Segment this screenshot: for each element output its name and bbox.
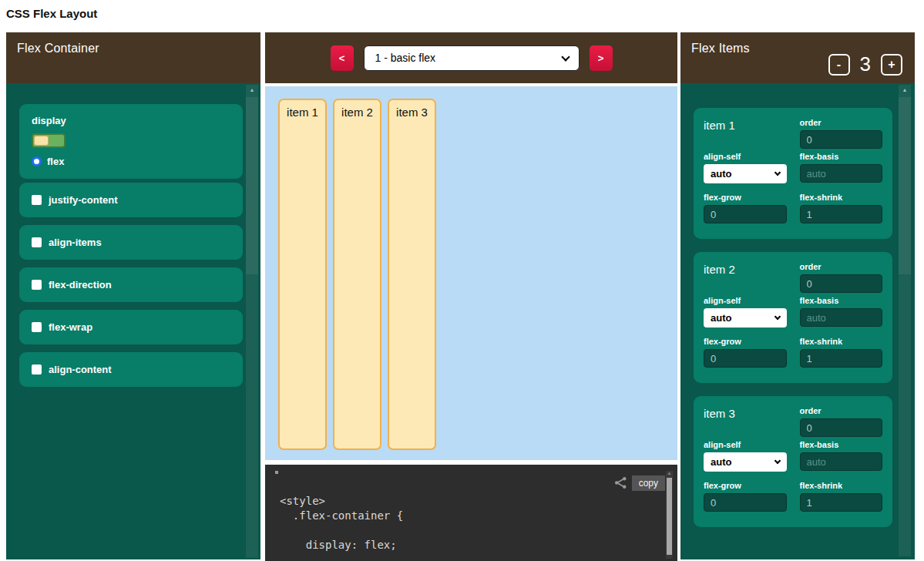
flex-container-title: Flex Container — [17, 42, 99, 55]
display-toggle-knob — [34, 136, 49, 146]
order-label: order — [800, 118, 883, 127]
code-caret-dot — [275, 471, 278, 474]
flex-items-body: item 1 order align-self auto flex-basis — [680, 83, 915, 559]
item-2-align-self-select[interactable]: auto — [704, 308, 787, 328]
flex-item-preview: item 1 — [278, 99, 327, 450]
align-content-checkbox[interactable] — [32, 364, 42, 375]
item-1-order-input[interactable] — [800, 130, 883, 149]
scroll-up-icon[interactable]: ▲ — [899, 87, 911, 93]
left-panel-scrollbar[interactable]: ▲ — [246, 85, 258, 558]
flex-item-preview: item 2 — [333, 99, 381, 450]
align-self-label: align-self — [704, 296, 787, 305]
align-items-card: align-items — [19, 225, 243, 260]
code-scrollbar[interactable]: ▲ — [666, 471, 673, 559]
display-label: display — [32, 115, 230, 126]
align-items-label: align-items — [49, 237, 102, 248]
flex-basis-label: flex-basis — [800, 296, 883, 305]
flex-shrink-label: flex-shrink — [800, 337, 883, 346]
align-items-checkbox[interactable] — [32, 237, 42, 247]
flex-grow-label: flex-grow — [704, 481, 787, 490]
flex-direction-card: flex-direction — [19, 267, 243, 302]
justify-content-label: justify-content — [49, 194, 118, 206]
demo-select[interactable]: 1 - basic flex — [364, 45, 580, 71]
item-count-control: - 3 + — [828, 52, 902, 76]
flex-direction-label: flex-direction — [49, 279, 112, 291]
flex-container-body: display flex justify-content align-items… — [6, 83, 260, 559]
item-2-flex-basis-input[interactable] — [800, 308, 883, 327]
flex-shrink-label: flex-shrink — [800, 193, 883, 202]
flex-shrink-label: flex-shrink — [800, 481, 883, 490]
item-3-card: item 3 order align-self auto flex-basis — [694, 396, 892, 527]
code-panel: <style> .flex-container { display: flex;… — [265, 465, 677, 561]
item-3-title: item 3 — [704, 404, 787, 438]
preview-panel: < 1 - basic flex > item 1 item 2 item 3 … — [265, 32, 677, 561]
display-toggle[interactable] — [32, 133, 66, 148]
demo-nav-bar: < 1 - basic flex > — [265, 32, 677, 83]
scroll-up-icon[interactable]: ▲ — [246, 87, 258, 93]
code-line: display: flex; — [280, 539, 397, 551]
code-line: <style> — [280, 495, 325, 507]
share-icon[interactable] — [614, 476, 627, 489]
display-flex-radio[interactable] — [32, 156, 42, 166]
right-panel-scrollbar[interactable]: ▲ — [899, 85, 911, 556]
flex-item-preview: item 3 — [388, 99, 436, 450]
item-2-flex-grow-input[interactable] — [704, 349, 787, 368]
decrease-items-button[interactable]: - — [828, 54, 850, 76]
flex-container-header: Flex Container — [6, 32, 260, 83]
flex-items-panel: Flex Items - 3 + item 1 order align-self… — [680, 32, 915, 559]
display-flex-radio-label: flex — [47, 156, 64, 167]
flex-direction-checkbox[interactable] — [32, 280, 42, 290]
flex-basis-label: flex-basis — [800, 152, 883, 161]
flex-grow-label: flex-grow — [704, 337, 787, 346]
scroll-up-icon[interactable]: ▲ — [666, 471, 673, 475]
item-3-order-input[interactable] — [800, 418, 883, 437]
flex-wrap-label: flex-wrap — [49, 321, 92, 333]
item-1-flex-basis-input[interactable] — [800, 164, 883, 183]
flex-grow-label: flex-grow — [704, 193, 787, 202]
item-3-align-self-select[interactable]: auto — [704, 452, 787, 472]
justify-content-checkbox[interactable] — [32, 195, 42, 205]
flex-wrap-card: flex-wrap — [19, 310, 243, 344]
flex-wrap-checkbox[interactable] — [32, 322, 42, 332]
flex-preview-container: item 1 item 2 item 3 — [265, 86, 677, 460]
left-scrollbar-thumb[interactable] — [246, 97, 258, 274]
page-title: CSS Flex Layout — [6, 7, 97, 20]
prev-demo-button[interactable]: < — [331, 45, 354, 71]
increase-items-button[interactable]: + — [881, 54, 902, 76]
item-2-card: item 2 order align-self auto flex-basis — [694, 252, 892, 383]
align-self-label: align-self — [704, 152, 787, 161]
flex-items-header: Flex Items - 3 + — [680, 32, 915, 83]
item-1-flex-shrink-input[interactable] — [800, 205, 883, 223]
align-self-label: align-self — [704, 440, 787, 449]
item-3-flex-basis-input[interactable] — [800, 452, 883, 471]
item-3-flex-shrink-input[interactable] — [800, 493, 883, 512]
item-3-flex-grow-input[interactable] — [704, 493, 787, 512]
next-demo-button[interactable]: > — [590, 45, 613, 71]
item-1-flex-grow-input[interactable] — [704, 205, 787, 223]
display-property-card: display flex — [19, 104, 243, 179]
flex-container-panel: Flex Container display flex justify-cont… — [6, 32, 260, 559]
flex-basis-label: flex-basis — [800, 440, 883, 449]
item-1-title: item 1 — [704, 116, 787, 149]
order-label: order — [800, 406, 883, 415]
item-2-title: item 2 — [704, 260, 787, 294]
item-count: 3 — [860, 52, 871, 76]
code-line: .flex-container { — [280, 509, 403, 522]
item-2-order-input[interactable] — [800, 274, 883, 293]
flex-items-title: Flex Items — [691, 42, 750, 55]
item-1-card: item 1 order align-self auto flex-basis — [694, 108, 892, 239]
code-scrollbar-thumb[interactable] — [667, 478, 672, 555]
align-content-card: align-content — [19, 352, 243, 387]
copy-button[interactable]: copy — [632, 475, 665, 491]
align-content-label: align-content — [49, 364, 112, 375]
item-2-flex-shrink-input[interactable] — [800, 349, 883, 368]
justify-content-card: justify-content — [19, 183, 243, 217]
item-1-align-self-select[interactable]: auto — [704, 164, 787, 183]
order-label: order — [800, 262, 883, 271]
code-block: <style> .flex-container { display: flex; — [280, 494, 403, 553]
right-scrollbar-thumb[interactable] — [899, 97, 911, 274]
